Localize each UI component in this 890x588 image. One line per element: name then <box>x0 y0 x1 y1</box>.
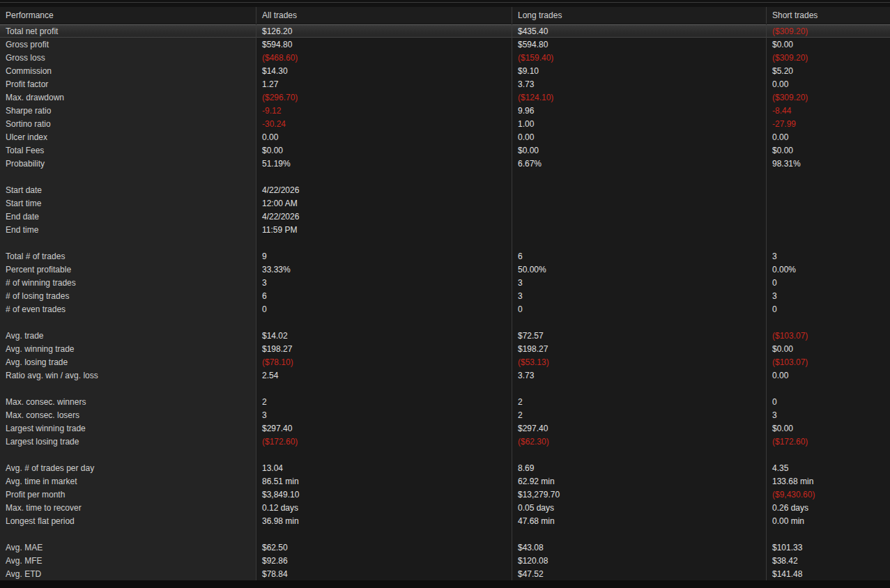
table-row[interactable]: Gross profit$594.80$594.80$0.00 <box>0 38 890 51</box>
row-label: Avg. ETD <box>0 567 256 580</box>
table-row[interactable]: # of winning trades330 <box>0 276 890 289</box>
table-row-spacer <box>0 316 890 329</box>
cell-long: 3 <box>512 276 767 289</box>
table-row[interactable]: Largest winning trade$297.40$297.40$0.00 <box>0 421 890 435</box>
table-row[interactable]: End date4/22/2026 <box>0 210 890 223</box>
table-row[interactable]: Sharpe ratio-9.129.96-8.44 <box>0 104 890 117</box>
row-label: Ratio avg. win / avg. loss <box>0 369 256 382</box>
table-row[interactable]: Max. consec. winners220 <box>0 395 890 408</box>
cell-long: ($159.40) <box>512 51 767 64</box>
cell-all <box>256 170 512 183</box>
row-label: Max. time to recover <box>0 501 256 514</box>
cell-short <box>767 527 890 541</box>
row-label: Avg. trade <box>0 329 256 342</box>
cell-all: 86.51 min <box>256 474 512 488</box>
cell-all: $62.50 <box>256 541 512 554</box>
cell-short: -27.99 <box>767 117 890 130</box>
table-row[interactable]: Sortino ratio-30.241.00-27.99 <box>0 117 890 130</box>
table-row[interactable]: Max. time to recover0.12 days0.05 days0.… <box>0 501 890 514</box>
table-header-row: Performance All trades Long trades Short… <box>0 7 890 24</box>
cell-all: 2 <box>256 395 512 408</box>
table-row[interactable]: Avg. trade$14.02$72.57($103.07) <box>0 329 890 342</box>
table-row[interactable]: Avg. winning trade$198.27$198.27$0.00 <box>0 342 890 355</box>
row-label: Largest losing trade <box>0 435 256 448</box>
cell-long: $594.80 <box>512 38 767 51</box>
table-row[interactable]: Total # of trades963 <box>0 249 890 263</box>
cell-all: $78.84 <box>256 567 512 580</box>
table-row-spacer <box>0 236 890 249</box>
row-label: Profit factor <box>0 77 256 91</box>
row-label: End date <box>0 210 256 223</box>
table-row[interactable]: Largest losing trade($172.60)($62.30)($1… <box>0 435 890 448</box>
cell-all: 0.00 <box>256 130 512 144</box>
cell-all <box>256 382 512 395</box>
table-row[interactable]: Ulcer index0.000.000.00 <box>0 130 890 144</box>
table-row[interactable]: Avg. MFE$92.86$120.08$38.42 <box>0 554 890 567</box>
cell-short: $38.42 <box>767 554 890 567</box>
table-row[interactable]: Total net profit$126.20$435.40($309.20) <box>0 24 890 38</box>
cell-short: 0.26 days <box>767 501 890 514</box>
table-row[interactable]: Avg. MAE$62.50$43.08$101.33 <box>0 541 890 554</box>
table-row-spacer <box>0 170 890 183</box>
cell-long: 2 <box>512 408 767 421</box>
table-row[interactable]: Avg. # of trades per day13.048.694.35 <box>0 461 890 474</box>
cell-long <box>512 196 767 210</box>
cell-all: ($172.60) <box>256 435 512 448</box>
table-row[interactable]: Max. consec. losers323 <box>0 408 890 421</box>
table-row[interactable]: Profit per month$3,849.10$13,279.70($9,4… <box>0 488 890 501</box>
table-row[interactable]: Probability51.19%6.67%98.31% <box>0 157 890 170</box>
table-row[interactable]: Avg. time in market86.51 min62.92 min133… <box>0 474 890 488</box>
row-label <box>0 236 256 249</box>
cell-all: 11:59 PM <box>256 223 512 236</box>
cell-all: ($296.70) <box>256 91 512 104</box>
cell-long: 8.69 <box>512 461 767 474</box>
table-row[interactable]: End time11:59 PM <box>0 223 890 236</box>
row-label: Sortino ratio <box>0 117 256 130</box>
table-row[interactable]: Longest flat period36.98 min47.68 min0.0… <box>0 514 890 527</box>
row-label: Start time <box>0 196 256 210</box>
table-row[interactable]: Commission$14.30$9.10$5.20 <box>0 64 890 77</box>
cell-short <box>767 210 890 223</box>
table-row[interactable]: Avg. ETD$78.84$47.52$141.48 <box>0 567 890 580</box>
cell-long <box>512 448 767 461</box>
row-label: Avg. # of trades per day <box>0 461 256 474</box>
table-row-spacer <box>0 527 890 541</box>
cell-all: -30.24 <box>256 117 512 130</box>
table-body: Total net profit$126.20$435.40($309.20)G… <box>0 24 890 580</box>
table-row[interactable]: Gross loss($468.60)($159.40)($309.20) <box>0 51 890 64</box>
table-row[interactable]: # of even trades000 <box>0 302 890 316</box>
cell-short: ($172.60) <box>767 435 890 448</box>
table-row[interactable]: # of losing trades633 <box>0 289 890 302</box>
cell-all: $3,849.10 <box>256 488 512 501</box>
table-row[interactable]: Percent profitable33.33%50.00%0.00% <box>0 263 890 276</box>
cell-short <box>767 382 890 395</box>
table-row[interactable]: Avg. losing trade($78.10)($53.13)($103.0… <box>0 355 890 369</box>
table-row[interactable]: Max. drawdown($296.70)($124.10)($309.20) <box>0 91 890 104</box>
cell-long: 0.05 days <box>512 501 767 514</box>
cell-all: 4/22/2026 <box>256 210 512 223</box>
cell-short: $0.00 <box>767 421 890 435</box>
cell-long: 3 <box>512 289 767 302</box>
table-row[interactable]: Start date4/22/2026 <box>0 183 890 196</box>
cell-all: $14.02 <box>256 329 512 342</box>
cell-long: $198.27 <box>512 342 767 355</box>
cell-long: $297.40 <box>512 421 767 435</box>
cell-short <box>767 170 890 183</box>
column-header-all-trades: All trades <box>256 7 512 24</box>
cell-all: $92.86 <box>256 554 512 567</box>
cell-short: $5.20 <box>767 64 890 77</box>
table-row[interactable]: Total Fees$0.00$0.00$0.00 <box>0 144 890 157</box>
table-row[interactable]: Ratio avg. win / avg. loss2.543.730.00 <box>0 369 890 382</box>
row-label: Gross profit <box>0 38 256 51</box>
cell-short: ($309.20) <box>767 91 890 104</box>
table-row[interactable]: Profit factor1.273.730.00 <box>0 77 890 91</box>
cell-long <box>512 316 767 329</box>
row-label: Sharpe ratio <box>0 104 256 117</box>
cell-long: $120.08 <box>512 554 767 567</box>
row-label: End time <box>0 223 256 236</box>
row-label: Largest winning trade <box>0 421 256 435</box>
cell-all: $594.80 <box>256 38 512 51</box>
cell-all: 0.12 days <box>256 501 512 514</box>
table-row[interactable]: Start time12:00 AM <box>0 196 890 210</box>
cell-short: 133.68 min <box>767 474 890 488</box>
